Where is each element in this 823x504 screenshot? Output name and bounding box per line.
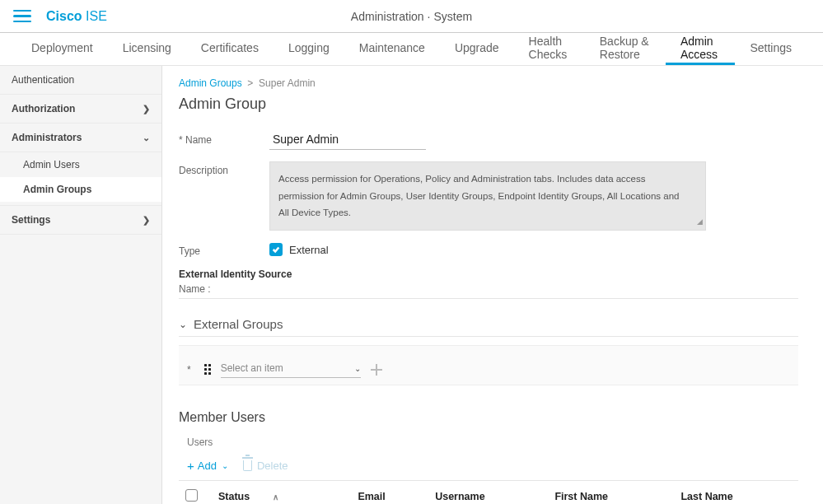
external-groups-header[interactable]: ⌄ External Groups	[179, 317, 798, 337]
chevron-down-icon: ⌄	[354, 364, 361, 373]
tab-bar: Deployment Licensing Certificates Loggin…	[0, 33, 823, 66]
trash-icon	[243, 460, 252, 471]
col-username[interactable]: Username	[428, 481, 548, 504]
select-all-checkbox[interactable]	[185, 489, 198, 502]
sidebar: Authentication Authorization ❯ Administr…	[0, 66, 162, 504]
sidebar-item-administrators[interactable]: Administrators ⌄	[0, 124, 161, 152]
add-user-button[interactable]: + Add ⌄	[187, 460, 228, 472]
description-label: Description	[179, 161, 269, 176]
tab-settings[interactable]: Settings	[735, 33, 807, 65]
plus-icon: +	[187, 460, 194, 472]
sidebar-item-authorization[interactable]: Authorization ❯	[0, 95, 161, 124]
external-group-select[interactable]: Select an item ⌄	[221, 361, 361, 378]
tab-admin-access[interactable]: Admin Access	[666, 33, 735, 65]
member-users-toolbar: + Add ⌄ Delete	[179, 456, 798, 480]
breadcrumb-header: Administration·System	[351, 10, 472, 23]
type-value-label: External	[289, 244, 329, 256]
tab-maintenance[interactable]: Maintenance	[344, 33, 440, 65]
page-title: Admin Group	[179, 96, 798, 113]
chevron-down-icon: ⌄	[179, 319, 187, 330]
tab-certificates[interactable]: Certificates	[186, 33, 274, 65]
chevron-right-icon: ❯	[143, 104, 150, 114]
description-textarea[interactable]: Access permission for Operations, Policy…	[269, 161, 706, 231]
external-group-row: * Select an item ⌄	[179, 345, 798, 385]
add-external-group-button[interactable]	[371, 364, 382, 376]
breadcrumb: Admin Groups > Super Admin	[179, 77, 798, 89]
col-last-name[interactable]: Last Name	[674, 481, 798, 504]
col-status[interactable]: Status∧	[212, 481, 351, 504]
tab-logging[interactable]: Logging	[274, 33, 344, 65]
chevron-right-icon: ❯	[143, 215, 150, 226]
member-users-header: Member Users	[179, 410, 798, 425]
tab-upgrade[interactable]: Upgrade	[440, 33, 514, 65]
tab-licensing[interactable]: Licensing	[108, 33, 186, 65]
sidebar-item-authentication[interactable]: Authentication	[0, 66, 161, 95]
tab-backup-restore[interactable]: Backup & Restore	[585, 33, 666, 65]
type-external-checkbox[interactable]	[269, 243, 283, 256]
col-first-name[interactable]: First Name	[548, 481, 674, 504]
drag-handle-icon[interactable]	[204, 364, 211, 375]
menu-icon[interactable]	[13, 7, 31, 26]
delete-user-button[interactable]: Delete	[243, 460, 288, 472]
resize-handle-icon[interactable]: ◢	[697, 215, 703, 228]
member-users-table: Status∧ Email Username First Name Last N…	[179, 480, 798, 504]
chevron-down-icon: ⌄	[222, 461, 228, 470]
app-header: Cisco ISE Administration·System	[0, 0, 823, 33]
name-label: Name	[179, 131, 269, 146]
name-input[interactable]	[269, 131, 426, 150]
sidebar-item-settings[interactable]: Settings ❯	[0, 205, 161, 235]
required-indicator: *	[187, 364, 191, 376]
type-label: Type	[179, 242, 269, 257]
content-area: Admin Groups > Super Admin Admin Group N…	[162, 66, 823, 504]
tab-deployment[interactable]: Deployment	[16, 33, 108, 65]
tab-health-checks[interactable]: Health Checks	[514, 33, 585, 65]
col-email[interactable]: Email	[351, 481, 428, 504]
breadcrumb-parent-link[interactable]: Admin Groups	[179, 77, 242, 89]
chevron-down-icon: ⌄	[143, 133, 150, 143]
external-identity-source: External Identity Source Name :	[179, 268, 798, 299]
brand-logo: Cisco ISE	[46, 9, 107, 24]
sidebar-item-admin-users[interactable]: Admin Users	[0, 152, 161, 177]
sort-asc-icon: ∧	[273, 492, 278, 502]
member-users-subheader: Users	[179, 436, 798, 448]
breadcrumb-current: Super Admin	[259, 77, 316, 89]
sidebar-item-admin-groups[interactable]: Admin Groups	[0, 177, 161, 202]
